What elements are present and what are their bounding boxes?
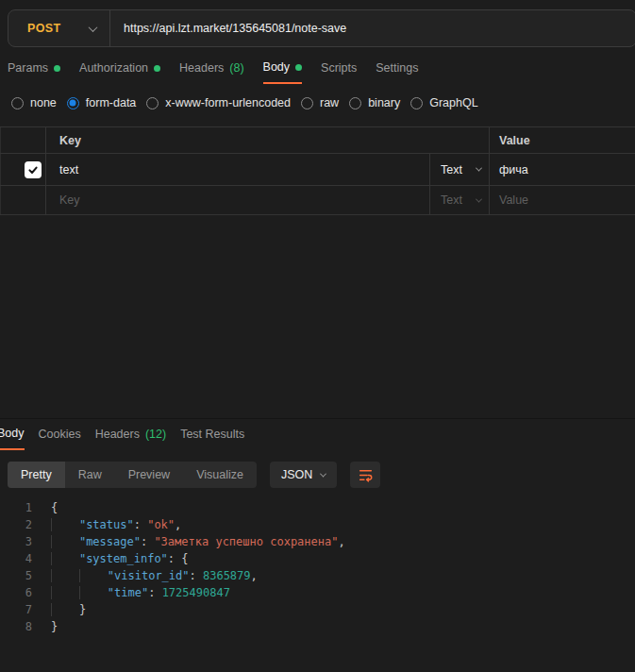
tab-settings[interactable]: Settings [376,60,418,84]
segment-label: Pretty [21,468,52,481]
line-number: 1 [0,499,32,516]
format-label: JSON [281,468,312,481]
segment-label: Visualize [196,468,243,481]
line-number: 8 [0,618,32,635]
code-line: 8} [0,618,635,635]
wrap-text-button[interactable] [350,462,380,488]
chevron-down-icon [320,470,326,477]
table-row: text Text фича [0,154,635,186]
radio-label: raw [320,96,339,109]
line-number: 6 [0,584,32,601]
tab-authorization[interactable]: Authorization [79,60,160,84]
request-tabs: Params Authorization Headers (8) Body Sc… [8,60,418,84]
view-mode-switcher: Pretty Raw Preview Visualize [8,462,257,488]
response-view-controls: Pretty Raw Preview Visualize JSON [8,462,380,488]
text-wrap-icon [358,467,374,483]
green-dot-icon [295,64,302,71]
segment-label: Preview [128,468,170,481]
code-line: 5 "visitor_id": 8365879, [0,567,635,584]
tab-label: Settings [376,61,418,75]
code-line: 4 "system_info": { [0,550,635,567]
chevron-down-icon [476,165,482,172]
tab-headers[interactable]: Headers (8) [179,60,244,84]
body-type-options: none form-data x-www-form-urlencoded raw… [11,96,478,109]
radio-x-www-form-urlencoded[interactable]: x-www-form-urlencoded [146,96,291,109]
key-column-header: Key [45,127,489,153]
type-label: Text [441,163,462,176]
tab-label: Body [0,427,25,440]
green-dot-icon [54,65,60,72]
value-cell[interactable]: фича [489,154,635,185]
response-body-json: 1{2 "status": "ok",3 "message": "Заметка… [0,494,635,672]
code-line: 7 } [0,601,635,618]
radio-graphql[interactable]: GraphQL [410,96,477,109]
radio-label: x-www-form-urlencoded [165,96,291,109]
response-tab-test-results[interactable]: Test Results [180,427,244,450]
code-line: 1{ [0,499,635,516]
api-client-window: POST https://api.lzt.market/135645081/no… [0,0,635,672]
view-mode-raw[interactable]: Raw [65,462,115,488]
type-dropdown[interactable]: Text [429,154,489,185]
radio-label: form-data [86,96,137,109]
green-dot-icon [154,65,160,72]
value-header-label: Value [499,134,530,147]
view-mode-visualize[interactable]: Visualize [183,462,257,488]
line-number: 4 [0,550,32,567]
tab-label: Authorization [79,61,148,75]
tab-scripts[interactable]: Scripts [321,60,357,84]
radio-icon [410,97,423,109]
view-mode-preview[interactable]: Preview [115,462,183,488]
radio-icon [11,97,24,109]
response-tab-headers[interactable]: Headers (12) [95,427,166,450]
tab-params[interactable]: Params [8,60,60,84]
radio-selected-icon [67,97,79,109]
chevron-down-icon [89,23,98,32]
response-tab-body[interactable]: Body [0,427,25,450]
table-placeholder-row: Key Text Value [0,186,635,215]
tab-label: Headers [179,61,224,75]
headers-count: (8) [229,61,243,75]
radio-label: binary [368,96,400,109]
tab-label: Scripts [321,61,357,75]
segment-label: Raw [78,468,102,481]
headers-count: (12) [145,428,166,441]
format-dropdown[interactable]: JSON [270,462,337,488]
radio-binary[interactable]: binary [349,96,400,109]
view-mode-pretty[interactable]: Pretty [8,462,65,488]
response-tabs: Body Cookies Headers (12) Test Results [0,427,244,450]
key-cell-empty[interactable]: Key [45,186,429,214]
form-data-table: Key Value text Text фича [0,126,635,215]
method-selector[interactable]: POST [8,10,109,46]
radio-icon [349,97,361,109]
response-tab-cookies[interactable]: Cookies [39,427,81,450]
row-select-cell [0,154,45,185]
line-number: 5 [0,567,32,584]
type-dropdown[interactable]: Text [429,186,489,214]
radio-icon [301,97,313,109]
value-placeholder: Value [499,193,528,207]
request-url-bar: POST https://api.lzt.market/135645081/no… [8,9,635,47]
table-header-row: Key Value [0,126,635,154]
radio-label: GraphQL [429,96,477,109]
tab-body[interactable]: Body [263,60,303,84]
key-value: text [59,163,78,176]
radio-form-data[interactable]: form-data [67,96,137,109]
line-number: 7 [0,601,32,618]
code-line: 2 "status": "ok", [0,516,635,533]
key-header-label: Key [59,134,81,147]
url-input[interactable]: https://api.lzt.market/135645081/note-sa… [110,10,635,46]
row-checkbox-checked[interactable] [25,161,42,178]
value-column-header: Value [489,127,635,153]
key-cell[interactable]: text [45,154,429,185]
tab-label: Test Results [180,428,244,441]
key-placeholder: Key [59,193,80,207]
tab-label: Body [263,60,291,74]
radio-raw[interactable]: raw [301,96,339,109]
code-line: 3 "message": "Заметка успешно сохранена"… [0,533,635,550]
response-section: Body Cookies Headers (12) Test Results P… [0,418,635,672]
method-label: POST [27,22,61,35]
tab-label: Headers [95,428,140,441]
checkbox-column-header [0,127,45,153]
radio-none[interactable]: none [11,96,57,109]
value-cell-empty[interactable]: Value [489,186,635,214]
